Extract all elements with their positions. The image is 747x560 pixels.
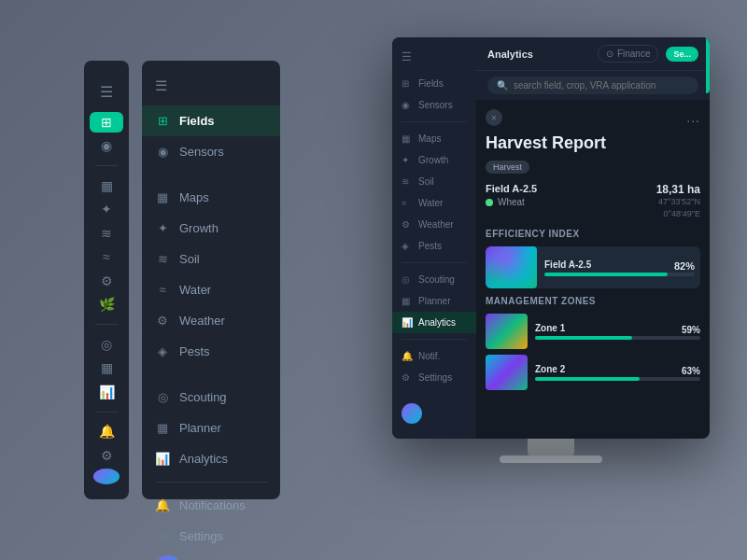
sidebar-item-soil[interactable]: ≋ Soil (142, 244, 280, 274)
app-nav-weather[interactable]: ⚙ Weather (392, 214, 476, 235)
efficiency-field-name-0: Field A-2.5 (544, 259, 591, 270)
app-weather-icon: ⚙ (402, 219, 413, 230)
sidebar-collapsed-weather[interactable]: ⚙ (90, 271, 123, 291)
zones-section-title: Management Zones (486, 296, 700, 306)
sidebar-item-maps[interactable]: ▦ Maps (142, 182, 280, 213)
panel-header: × ... (486, 109, 700, 126)
cta-button[interactable]: Se... (666, 47, 698, 62)
menu-icon-expanded[interactable]: ☰ (142, 74, 280, 105)
crop-dot (486, 199, 493, 206)
background: ☰ ⊞ ◉ ▦ ✦ ≋ ≈ ⚙ 🌿 ◎ ▦ 📊 🔔 ⚙ ☰ ⊞ Fields ◉… (0, 0, 747, 560)
field-hectares: 18,31 ha (656, 183, 700, 196)
sidebar-collapsed-fields[interactable]: ⊞ (90, 112, 123, 133)
sidebar-collapsed-scouting[interactable]: ◎ (90, 334, 123, 355)
app-nav-label-pests: Pests (418, 241, 442, 251)
sidebar-collapsed-notifications[interactable]: 🔔 (90, 421, 123, 441)
menu-icon-collapsed[interactable]: ☰ (92, 76, 120, 108)
app-nav-fields[interactable]: ⊞ Fields (392, 73, 476, 94)
divider-2 (95, 324, 118, 325)
harvest-badge: Harvest (486, 161, 529, 174)
app-water-icon: ≈ (402, 198, 413, 208)
report-panel: × ... Harvest Report Harvest Field A-2.5 (476, 100, 710, 439)
sidebar-item-weather[interactable]: ⚙ Weather (142, 305, 280, 336)
app-nav-maps[interactable]: ▦ Maps (392, 128, 476, 149)
sidebar-item-water[interactable]: ≈ Water (142, 274, 280, 305)
sidebar-collapsed-planner[interactable]: ▦ (90, 357, 123, 378)
coords-line2: 0°48'49"E (663, 209, 700, 218)
zone-progress-bg-1 (535, 377, 700, 381)
app-sensors-icon: ◉ (402, 100, 413, 110)
sidebar-item-pests[interactable]: ◈ Pests (142, 336, 280, 367)
sidebar-collapsed-analytics[interactable]: 📊 (90, 382, 123, 402)
app-menu-icon[interactable]: ☰ (392, 47, 476, 73)
sidebar-collapsed-soil[interactable]: ≋ (90, 223, 123, 244)
finance-button[interactable]: ⊙ Finance (598, 45, 659, 63)
sidebar-collapsed-pests[interactable]: 🌿 (90, 295, 123, 315)
app-avatar[interactable] (402, 403, 422, 424)
field-right: 18,31 ha 47°33'52"N 0°48'49"E (656, 183, 700, 219)
weather-icon: ⚙ (155, 314, 170, 328)
app-sidebar: ☰ ⊞ Fields ◉ Sensors ▦ Maps (392, 37, 476, 439)
sidebar-item-fields[interactable]: ⊞ Fields (142, 105, 280, 136)
settings-icon: ⚙ (155, 529, 170, 543)
sidebar-label-scouting: Scouting (179, 390, 227, 404)
progress-bar-bg-0 (544, 273, 695, 276)
sidebar-collapsed-maps[interactable]: ▦ (90, 175, 123, 196)
crop-info: Wheat (486, 197, 537, 207)
progress-bar-fill-0 (544, 273, 668, 276)
sidebar-collapsed-water[interactable]: ≈ (90, 246, 123, 267)
app-nav-planner[interactable]: ▦ Planner (392, 290, 476, 312)
app-nav-soil[interactable]: ≋ Soil (392, 171, 476, 192)
app-divider-3 (402, 339, 467, 340)
app-nav-pests[interactable]: ◈ Pests (392, 235, 476, 257)
divider-e-3 (155, 482, 267, 483)
app-nav-label-settings: Settings (418, 372, 452, 383)
zone-card-1: Zone 2 63% (486, 355, 700, 390)
field-left: Field A-2.5 Wheat (486, 183, 537, 207)
app-nav-growth[interactable]: ✦ Growth (392, 149, 476, 171)
zone-card-0: Zone 1 59% (486, 314, 700, 349)
finance-icon: ⊙ (606, 49, 613, 59)
efficiency-section-title: Efficiency Index (486, 229, 700, 239)
sidebar-item-growth[interactable]: ✦ Growth (142, 213, 280, 244)
app-nav-settings[interactable]: ⚙ Settings (392, 367, 476, 388)
zone-progress-fill-1 (535, 377, 640, 381)
divider-1 (95, 165, 118, 166)
avatar-expanded[interactable] (155, 555, 181, 560)
sidebar-item-settings[interactable]: ⚙ Settings (142, 521, 280, 552)
app-pests-icon: ◈ (402, 241, 413, 251)
pests-icon: ◈ (155, 344, 170, 358)
close-button[interactable]: × (486, 109, 502, 126)
search-input[interactable] (514, 80, 689, 91)
app-nav-sensors[interactable]: ◉ Sensors (392, 94, 476, 116)
app-nav-analytics[interactable]: 📊 Analytics (392, 312, 476, 333)
app-screen: ☰ ⊞ Fields ◉ Sensors ▦ Maps (392, 37, 710, 439)
sidebar-item-scouting[interactable]: ◎ Scouting (142, 382, 280, 413)
coords-line1: 47°33'52"N (658, 197, 700, 206)
app-nav-notifications[interactable]: 🔔 Notif. (392, 345, 476, 367)
more-options-button[interactable]: ... (686, 110, 700, 125)
app-planner-icon: ▦ (402, 296, 413, 306)
divider-3 (95, 412, 118, 413)
sidebar-label-analytics: Analytics (179, 452, 228, 466)
field-name: Field A-2.5 (486, 183, 537, 194)
sidebar-item-planner[interactable]: ▦ Planner (142, 413, 280, 443)
app-nav-water[interactable]: ≈ Water (392, 192, 476, 214)
zone-thumbnail-1 (486, 355, 528, 390)
zone-info-0: Zone 1 59% (535, 323, 700, 340)
sidebar-item-analytics[interactable]: 📊 Analytics (142, 443, 280, 474)
sidebar-label-settings: Settings (179, 529, 223, 543)
sidebar-collapsed-sensors[interactable]: ◉ (90, 136, 123, 157)
zone-thumbnail-0 (486, 314, 528, 349)
avatar-collapsed[interactable] (93, 469, 120, 484)
sidebar-collapsed-growth[interactable]: ✦ (90, 199, 123, 219)
sidebar-collapsed-settings[interactable]: ⚙ (90, 445, 123, 466)
app-fields-icon: ⊞ (402, 78, 413, 89)
app-maps-icon: ▦ (402, 133, 413, 144)
sidebar-item-sensors[interactable]: ◉ Sensors (142, 136, 280, 167)
app-nav-scouting[interactable]: ◎ Scouting (392, 269, 476, 290)
scouting-icon: ◎ (155, 390, 170, 404)
app-nav-label-scouting: Scouting (418, 274, 455, 285)
zone-progress-fill-0 (535, 336, 632, 340)
sidebar-item-notifications[interactable]: 🔔 Notifications (142, 490, 280, 521)
